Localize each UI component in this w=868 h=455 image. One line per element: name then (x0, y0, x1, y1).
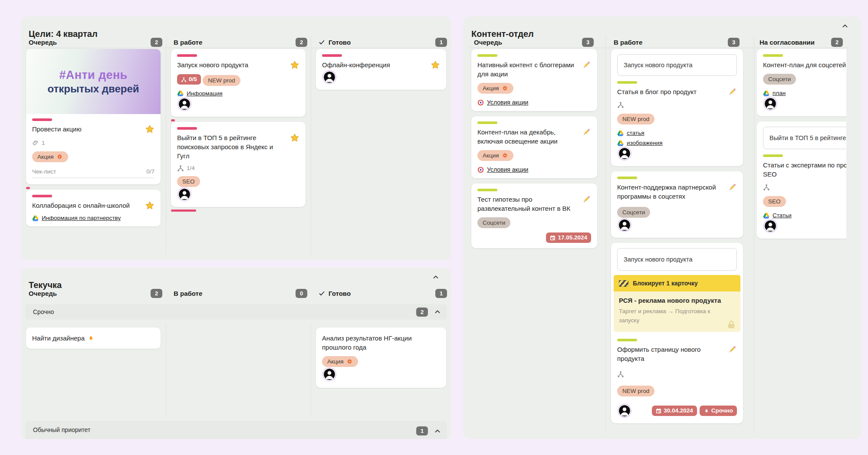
column-count-badge: 3 (728, 38, 740, 47)
avatar[interactable] (179, 189, 190, 200)
card-title: Статья в блог про продукт (617, 87, 724, 96)
card-label-pink (177, 127, 197, 130)
fire-icon (87, 335, 94, 342)
column-header-queue: Очередь 2 (26, 288, 166, 299)
paperclip-icon (32, 139, 39, 146)
divider (311, 36, 311, 255)
card-blog-article[interactable]: Запуск нового продукта Статья в блог про… (611, 49, 743, 166)
card-top5[interactable]: Выйти в ТОП 5 в рейтинге поисковых запро… (171, 122, 306, 207)
column-count-badge: 2 (151, 289, 162, 298)
subtasks-icon (763, 184, 770, 191)
column-title: В работе (174, 290, 202, 297)
pencil-icon (728, 183, 737, 192)
card-smm-plan[interactable]: Контент-план для соцсетей Соцсети план (757, 49, 846, 116)
card-label-lime (763, 154, 783, 157)
avatar[interactable] (619, 148, 630, 159)
avatar[interactable] (765, 220, 776, 232)
pencil-icon (582, 128, 591, 137)
column-count-badge: 2 (151, 38, 162, 47)
card-title: Анализ результатов НГ-акции прошлого год… (322, 334, 440, 352)
card-title: Оформить страницу нового продукта (617, 345, 724, 363)
divider (754, 36, 754, 434)
blocked-card-path: Таргет и реклама → Подготовка к запуску (619, 307, 719, 325)
card-native-content[interactable]: Нативный контент с блоггерами для акции … (471, 49, 597, 111)
avatar[interactable] (765, 98, 776, 109)
attachment-link[interactable]: Условия акции (487, 99, 528, 106)
attachment-count: 1 (42, 140, 45, 146)
column-header-inprogress: В работе 0 (171, 288, 311, 299)
column-count-badge: 1 (435, 38, 447, 47)
google-drive-icon (32, 215, 39, 221)
tag-new-prod: NEW prod (617, 386, 654, 396)
star-icon[interactable] (290, 133, 299, 143)
card-seo-experts[interactable]: Выйти в ТОП 5 в рейтинге поисковых запро… (757, 121, 846, 239)
card-title: Выйти в ТОП 5 в рейтинге поисковых запро… (177, 133, 286, 160)
column-header-inprogress: В работе 2 (171, 36, 311, 48)
attachment-link[interactable]: Статьи (773, 212, 792, 219)
chevron-up-icon[interactable] (432, 274, 440, 282)
burst-icon (56, 154, 63, 160)
calendar-icon (656, 408, 661, 414)
due-date-badge: 30.04.2024 (652, 406, 697, 416)
column-count-badge: 2 (831, 38, 843, 47)
card-december-plan[interactable]: Контент-план на декабрь, включая освещен… (471, 116, 597, 178)
column-header-done: Готово 1 (316, 36, 450, 48)
chevron-up-icon[interactable] (842, 23, 849, 30)
swimlane-normal: Обычный приоритет 1 (25, 421, 447, 439)
column-title: В работе (614, 39, 642, 46)
divider (469, 48, 848, 48)
swimlane-title: Обычный приоритет (33, 426, 90, 433)
card-launch[interactable]: Запуск нового продукта 0/5 NEW prod Инфо… (171, 49, 306, 117)
column-title: Готово (329, 39, 351, 46)
column-header-queue: Очередь 3 (471, 36, 597, 48)
attachment-link[interactable]: план (773, 90, 786, 96)
card-partner-support[interactable]: Контент-поддержка партнерской программы … (611, 171, 743, 238)
card-label-lime (477, 121, 497, 124)
chevron-up-icon[interactable] (432, 23, 440, 30)
chevron-up-icon[interactable] (434, 308, 441, 315)
parent-card-link[interactable]: Выйти в ТОП 5 в рейтинге поисковых запро… (763, 127, 846, 149)
parent-card-link[interactable]: Запуск нового продукта (617, 248, 737, 271)
tag-akciya: Акция (32, 151, 68, 162)
card-offline-conf[interactable]: Офлайн-конференция (316, 49, 446, 90)
star-icon[interactable] (431, 60, 440, 70)
avatar[interactable] (324, 369, 335, 380)
attachment-link[interactable]: Информация по партнерству (42, 215, 121, 221)
checklist-progress: 0/7 (146, 168, 155, 175)
avatar[interactable] (324, 72, 335, 83)
attachment-link[interactable]: изображения (627, 140, 663, 146)
google-drive-icon (617, 140, 624, 146)
attachment-link[interactable]: Условия акции (487, 166, 528, 173)
card-promo[interactable]: #Анти день открытых дверей Провести акци… (26, 49, 161, 184)
attachment-link[interactable]: Информация (187, 90, 223, 97)
target-link-icon (477, 99, 484, 106)
card-product-page[interactable]: Запуск нового продукта Блокирует 1 карто… (611, 243, 743, 423)
chevron-up-icon[interactable] (434, 428, 441, 435)
tag-akciya: Акция (322, 356, 358, 367)
star-icon[interactable] (145, 124, 155, 134)
column-header-inprogress: В работе 3 (611, 36, 743, 48)
star-icon[interactable] (290, 60, 299, 70)
card-cover-image: #Анти день открытых дверей (26, 49, 161, 114)
blocks-banner-label: Блокирует 1 карточку (633, 280, 698, 287)
avatar[interactable] (619, 219, 630, 231)
swimlane-count-badge: 1 (416, 426, 428, 435)
calendar-icon (550, 235, 556, 241)
attachment-link[interactable]: статья (627, 130, 644, 136)
cover-text: #Анти день (59, 69, 127, 82)
parent-card-link[interactable]: Запуск нового продукта (617, 54, 737, 76)
card-vk-test[interactable]: Тест гипотезы про развлекательный контен… (471, 183, 597, 248)
google-drive-icon (763, 213, 769, 219)
card-label-pink (32, 118, 52, 121)
swimlane-title: Срочно (33, 308, 54, 315)
avatar[interactable] (179, 98, 190, 110)
card-find-designer[interactable]: Найти дизайнера (26, 327, 161, 349)
column-header-approval: На согласовании 2 (757, 36, 846, 48)
checklist-progress-bar (32, 177, 155, 178)
avatar[interactable] (619, 405, 630, 416)
card-collab[interactable]: Коллаборация с онлайн-школой Информация … (26, 190, 161, 226)
star-icon[interactable] (145, 201, 155, 210)
card-ny-analysis[interactable]: Анализ результатов НГ-акции прошлого год… (316, 327, 446, 388)
blocked-card-preview[interactable]: РСЯ - реклама нового продукта Таргет и р… (614, 291, 740, 332)
blocks-banner: Блокирует 1 карточку (614, 275, 740, 291)
